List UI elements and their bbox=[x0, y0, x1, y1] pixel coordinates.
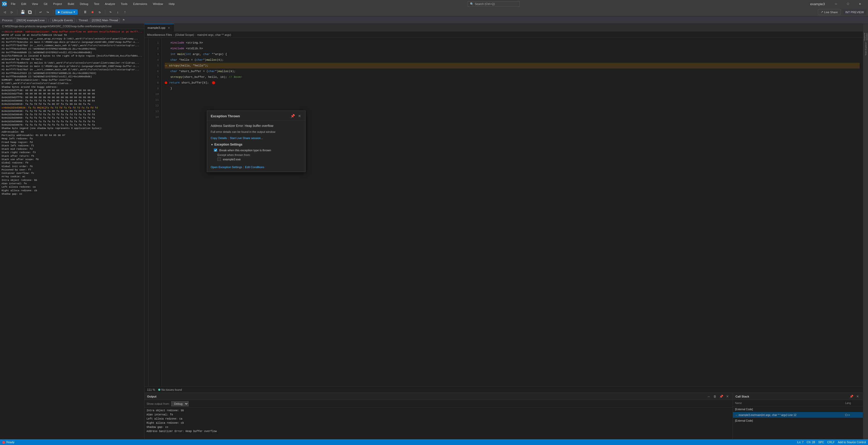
breadcrumb-misc[interactable]: Miscellaneous Files bbox=[147, 33, 172, 36]
menu-view[interactable]: View bbox=[29, 1, 41, 6]
thread-selector[interactable]: [22392] Main Thread bbox=[90, 18, 120, 23]
status-bar: ⬤ Ready Ln: 7 Ch: 28 SPC CRLF Add to Sou… bbox=[0, 439, 868, 445]
output-pin-btn[interactable]: 📌 bbox=[719, 394, 724, 399]
menu-project[interactable]: Project bbox=[51, 1, 64, 6]
team-explorer-btn[interactable]: Team Explorer bbox=[864, 41, 868, 57]
process-selector[interactable]: [28224] example3.exe bbox=[15, 18, 46, 23]
live-share-icon: ↗ bbox=[821, 10, 823, 14]
maximize-button[interactable]: □ bbox=[842, 0, 854, 8]
toolbar-redo[interactable]: ↪ bbox=[45, 9, 51, 15]
int-preview-button[interactable]: INT PREVIEW bbox=[843, 10, 866, 15]
code-line-9[interactable]: char *short_buffer = (char*)malloc(9); bbox=[165, 69, 860, 74]
code-line-7[interactable]: → strcpy(hello, "hello"); bbox=[165, 63, 860, 69]
edit-conditions-link[interactable]: Edit Conditions bbox=[245, 166, 264, 169]
tab-example3[interactable]: example3.cpp ✕ bbox=[145, 24, 174, 32]
menu-edit[interactable]: Edit bbox=[19, 1, 29, 6]
callstack-row-lang: C++ bbox=[845, 414, 861, 416]
exception-close-button[interactable]: ✕ bbox=[298, 113, 302, 118]
start-live-share-link[interactable]: Start Live Share session... bbox=[230, 136, 263, 140]
code-content[interactable]: #include <string.h>#include <stdlib.h>in… bbox=[162, 38, 863, 386]
code-line-12[interactable]: return short_buffer[8]; bbox=[165, 80, 860, 85]
callstack-close-btn[interactable]: ✕ bbox=[855, 394, 860, 399]
minimize-button[interactable]: — bbox=[830, 0, 842, 8]
pin-button[interactable]: 📌 bbox=[290, 113, 296, 118]
code-line-2[interactable]: #include <stdlib.h> bbox=[165, 46, 860, 52]
menu-debug[interactable]: Debug bbox=[77, 1, 91, 6]
search-box[interactable]: 🔍 Search (Ctrl+Q) bbox=[468, 1, 520, 7]
callstack-rows: [External Code]→example3.exe!main(int ar… bbox=[733, 406, 863, 423]
output-wrap-btn[interactable]: ↔ bbox=[706, 394, 711, 399]
output-source-select[interactable]: Debug bbox=[171, 401, 189, 406]
toolbar-save-all[interactable] bbox=[27, 9, 33, 15]
zoom-level[interactable]: 111 % bbox=[147, 388, 155, 391]
menu-window[interactable]: Window bbox=[150, 1, 165, 6]
code-area[interactable]: 1234567891011121314 #include <string.h>#… bbox=[145, 38, 863, 386]
menu-extensions[interactable]: Extensions bbox=[131, 1, 150, 6]
menu-help[interactable]: Help bbox=[166, 1, 178, 6]
crlf-status[interactable]: CRLF bbox=[827, 441, 835, 444]
debug-restart[interactable]: ↻ bbox=[97, 9, 103, 15]
menu-file[interactable]: File bbox=[8, 1, 18, 6]
callstack-row[interactable]: →example3.exe!main(int argc, char * * ar… bbox=[733, 412, 863, 418]
title-text: example3 bbox=[810, 2, 825, 6]
ready-status: ⬤ Ready bbox=[2, 441, 14, 444]
open-exception-settings-link[interactable]: Open Exception Settings bbox=[211, 166, 242, 169]
menu-test[interactable]: Test bbox=[91, 1, 102, 6]
breadcrumb-function[interactable]: main(int argc, char ** argv) bbox=[197, 33, 231, 36]
callstack-row[interactable]: [External Code] bbox=[733, 406, 863, 412]
output-content[interactable]: Intra object redzone: bb ASan internal: … bbox=[145, 408, 733, 439]
debug-pause[interactable]: ⏸ bbox=[82, 9, 88, 15]
output-clear-btn[interactable]: 🗑 bbox=[712, 394, 718, 399]
solution-explorer-btn[interactable]: Solution Explorer bbox=[864, 25, 868, 40]
output-panel-title: Output bbox=[147, 395, 156, 398]
debug-step-into[interactable]: ↓ bbox=[115, 9, 121, 15]
debug-step-over[interactable]: ↷ bbox=[107, 9, 114, 15]
current-frame-icon: → bbox=[735, 414, 738, 416]
menu-analyze[interactable]: Analyze bbox=[102, 1, 118, 6]
breadcrumb-scope[interactable]: (Global Scope) bbox=[175, 33, 194, 36]
output-close-btn[interactable]: ✕ bbox=[725, 394, 730, 399]
debug-step-out[interactable]: ↑ bbox=[122, 9, 128, 15]
code-line-13[interactable]: } bbox=[165, 85, 860, 91]
continue-button[interactable]: ▶ Continue ▾ bbox=[55, 9, 78, 15]
break-when-thrown-checkbox[interactable] bbox=[214, 148, 217, 152]
exception-title: Exception Thrown bbox=[211, 114, 240, 118]
module-label: example3.exe bbox=[223, 158, 241, 161]
terminal-content[interactable]: ==28224==ERROR: AddressSanitizer: heap-b… bbox=[0, 29, 144, 439]
exception-settings-header[interactable]: ▼ Exception Settings bbox=[211, 143, 302, 146]
code-text: char *short_buffer = (char*)malloc(9); bbox=[170, 69, 236, 74]
breadcrumb-sep-1: › bbox=[173, 33, 174, 36]
code-line-1[interactable]: #include <string.h> bbox=[165, 40, 860, 46]
ln-status[interactable]: Ln: 7 bbox=[797, 441, 804, 444]
ch-status[interactable]: Ch: 28 bbox=[807, 441, 815, 444]
code-line-6[interactable]: char *hello = (char*)malloc(6); bbox=[165, 57, 860, 63]
lifecycle-events[interactable]: Lifecycle Events bbox=[51, 18, 74, 23]
flag-icon: ⚑ bbox=[122, 19, 125, 22]
callstack-pin-btn[interactable]: 📌 bbox=[849, 394, 854, 399]
callstack-row[interactable]: [External Code] bbox=[733, 418, 863, 423]
no-issues-indicator[interactable]: No issues found bbox=[158, 388, 182, 391]
menu-tools[interactable]: Tools bbox=[118, 1, 130, 6]
toolbar-back[interactable]: ◁ bbox=[2, 9, 8, 15]
toolbar-forward[interactable]: ▷ bbox=[9, 9, 15, 15]
module-checkbox[interactable] bbox=[217, 158, 221, 161]
code-line-4[interactable]: int main(int argc, char **argv) { bbox=[165, 52, 860, 57]
code-text: } bbox=[170, 85, 172, 91]
debug-stop[interactable]: ■ bbox=[89, 9, 96, 15]
tab-close-icon[interactable]: ✕ bbox=[167, 26, 171, 30]
spc-status[interactable]: SPC bbox=[818, 441, 824, 444]
toolbar-undo[interactable]: ↩ bbox=[37, 9, 44, 15]
close-button[interactable]: ✕ bbox=[854, 0, 866, 8]
exception-header: Exception Thrown 📌 ✕ bbox=[207, 111, 305, 121]
toolbar-save[interactable]: 💾 bbox=[20, 9, 26, 15]
live-share-button[interactable]: ↗ Live Share bbox=[818, 9, 841, 15]
menu-build[interactable]: Build bbox=[65, 1, 76, 6]
exception-links: Copy Details | Start Live Share session.… bbox=[211, 136, 302, 140]
debug-arrow-icon: → bbox=[165, 63, 167, 69]
copy-details-link[interactable]: Copy Details bbox=[211, 136, 227, 140]
footer-sep: | bbox=[243, 166, 244, 169]
source-control-status[interactable]: Add to Source Control bbox=[838, 441, 866, 444]
code-line-10[interactable]: strncpy(short_buffer, hello, 10); // Boo… bbox=[165, 74, 860, 80]
play-icon: ▶ bbox=[58, 10, 60, 14]
menu-git[interactable]: Git bbox=[41, 1, 50, 6]
